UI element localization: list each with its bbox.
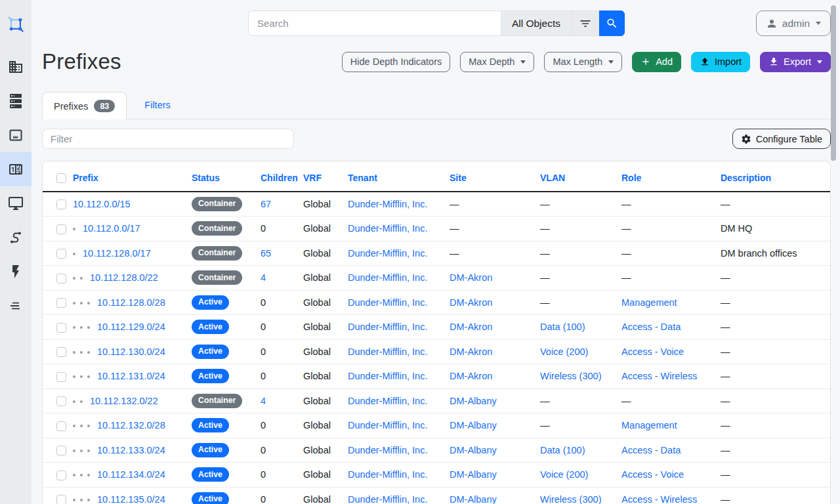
prefix-link[interactable]: 10.112.128.0/28 xyxy=(97,297,165,308)
row-checkbox[interactable] xyxy=(56,421,66,431)
vlan-link[interactable]: Wireless (300) xyxy=(540,494,601,504)
site-link[interactable]: DM-Albany xyxy=(450,469,497,480)
user-menu-button[interactable]: admin xyxy=(756,10,831,36)
vlan-link[interactable]: Data (100) xyxy=(540,445,585,455)
role-link[interactable]: Management xyxy=(621,420,677,430)
tenant-link[interactable]: Dunder-Mifflin, Inc. xyxy=(348,445,427,455)
page-scrollbar[interactable] xyxy=(831,5,836,161)
sidebar-item-circuits[interactable] xyxy=(0,220,32,255)
tab-filters[interactable]: Filters xyxy=(133,93,181,119)
site-link[interactable]: DM-Akron xyxy=(450,272,492,283)
tenant-link[interactable]: Dunder-Mifflin, Inc. xyxy=(348,297,427,308)
row-checkbox[interactable] xyxy=(56,372,66,382)
sidebar-item-organization[interactable] xyxy=(0,50,32,84)
row-checkbox[interactable] xyxy=(56,249,66,259)
site-link[interactable]: DM-Albany xyxy=(450,494,497,504)
select-all-checkbox[interactable] xyxy=(56,173,66,183)
row-checkbox[interactable] xyxy=(56,200,66,209)
row-checkbox[interactable] xyxy=(56,224,66,234)
column-header-description[interactable]: Description xyxy=(721,173,771,183)
role-link[interactable]: Access - Wireless xyxy=(621,371,697,381)
role-link[interactable]: Access - Voice xyxy=(621,346,684,357)
column-header-prefix[interactable]: Prefix xyxy=(73,173,98,183)
role-link[interactable]: Access - Wireless xyxy=(621,494,697,504)
site-link[interactable]: DM-Albany xyxy=(450,420,497,430)
children-count-link[interactable]: 4 xyxy=(261,272,266,283)
row-checkbox[interactable] xyxy=(56,298,66,308)
row-checkbox[interactable] xyxy=(56,446,66,455)
prefix-link[interactable]: 10.112.129.0/24 xyxy=(97,322,165,332)
row-checkbox[interactable] xyxy=(56,274,66,284)
max-depth-dropdown[interactable]: Max Depth xyxy=(460,52,534,72)
prefix-link[interactable]: 10.112.132.0/22 xyxy=(90,396,158,406)
column-header-tenant[interactable]: Tenant xyxy=(348,173,377,183)
tenant-link[interactable]: Dunder-Mifflin, Inc. xyxy=(348,248,427,259)
vlan-link[interactable]: Wireless (300) xyxy=(540,371,601,381)
sidebar-item-ipam[interactable] xyxy=(0,152,32,186)
export-dropdown[interactable]: Export xyxy=(760,52,831,72)
prefix-link[interactable]: 10.112.0.0/17 xyxy=(83,223,140,234)
hide-depth-indicators-button[interactable]: Hide Depth Indicators xyxy=(342,52,450,72)
prefix-link[interactable]: 10.112.134.0/24 xyxy=(97,469,165,480)
tenant-link[interactable]: Dunder-Mifflin, Inc. xyxy=(348,322,427,332)
max-length-dropdown[interactable]: Max Length xyxy=(544,52,622,72)
row-checkbox[interactable] xyxy=(56,495,66,504)
row-checkbox[interactable] xyxy=(56,396,66,406)
row-checkbox[interactable] xyxy=(56,347,66,357)
column-header-children[interactable]: Children xyxy=(261,173,298,183)
prefix-link[interactable]: 10.112.130.0/24 xyxy=(97,346,165,357)
role-link[interactable]: Access - Voice xyxy=(621,469,684,480)
sidebar-item-devices[interactable] xyxy=(0,84,32,118)
sidebar-item-virtualization[interactable] xyxy=(0,186,32,220)
role-link[interactable]: Management xyxy=(621,297,677,308)
tenant-link[interactable]: Dunder-Mifflin, Inc. xyxy=(348,420,427,430)
site-link[interactable]: DM-Akron xyxy=(450,297,492,308)
vlan-link[interactable]: Data (100) xyxy=(540,322,585,332)
import-button[interactable]: Import xyxy=(691,52,750,72)
role-link[interactable]: Access - Data xyxy=(621,445,681,455)
sidebar-item-power[interactable] xyxy=(0,255,32,289)
tab-prefixes[interactable]: Prefixes 83 xyxy=(42,92,127,119)
prefix-link[interactable]: 10.112.133.0/24 xyxy=(97,445,165,455)
site-link[interactable]: DM-Akron xyxy=(450,346,492,357)
search-scope-dropdown[interactable]: All Objects xyxy=(501,10,571,36)
column-header-status[interactable]: Status xyxy=(192,173,220,183)
site-link[interactable]: DM-Akron xyxy=(450,322,492,332)
search-input[interactable] xyxy=(248,10,501,36)
column-header-site[interactable]: Site xyxy=(450,173,467,183)
site-link[interactable]: DM-Albany xyxy=(450,396,497,406)
prefix-link[interactable]: 10.112.0.0/15 xyxy=(73,199,131,209)
children-count-link[interactable]: 67 xyxy=(261,199,271,209)
children-count-link[interactable]: 4 xyxy=(261,396,266,406)
sidebar-item-operations[interactable] xyxy=(0,289,32,323)
site-link[interactable]: DM-Akron xyxy=(450,371,492,381)
tenant-link[interactable]: Dunder-Mifflin, Inc. xyxy=(348,223,427,234)
vlan-link[interactable]: Voice (200) xyxy=(540,346,588,357)
tenant-link[interactable]: Dunder-Mifflin, Inc. xyxy=(348,371,427,381)
children-count-link[interactable]: 65 xyxy=(261,248,271,259)
search-submit-button[interactable] xyxy=(599,10,625,36)
tenant-link[interactable]: Dunder-Mifflin, Inc. xyxy=(348,469,427,480)
column-header-vrf[interactable]: VRF xyxy=(303,173,322,183)
tenant-link[interactable]: Dunder-Mifflin, Inc. xyxy=(348,199,427,209)
tenant-link[interactable]: Dunder-Mifflin, Inc. xyxy=(348,396,427,406)
add-button[interactable]: Add xyxy=(632,52,681,72)
netbox-logo[interactable] xyxy=(0,0,32,41)
tenant-link[interactable]: Dunder-Mifflin, Inc. xyxy=(348,272,427,283)
prefix-link[interactable]: 10.112.131.0/24 xyxy=(97,371,165,381)
vlan-link[interactable]: Voice (200) xyxy=(540,469,588,480)
quick-filter-input[interactable] xyxy=(42,129,294,149)
column-header-vlan[interactable]: VLAN xyxy=(540,173,565,183)
prefix-link[interactable]: 10.112.128.0/22 xyxy=(90,272,158,283)
prefix-link[interactable]: 10.112.132.0/28 xyxy=(97,420,165,430)
row-checkbox[interactable] xyxy=(56,323,66,333)
sidebar-item-connections[interactable] xyxy=(0,118,32,152)
prefix-link[interactable]: 10.112.128.0/17 xyxy=(83,248,151,259)
row-checkbox[interactable] xyxy=(56,471,66,480)
tenant-link[interactable]: Dunder-Mifflin, Inc. xyxy=(348,346,427,357)
configure-table-button[interactable]: Configure Table xyxy=(732,129,831,149)
role-link[interactable]: Access - Data xyxy=(621,322,681,332)
site-link[interactable]: DM-Albany xyxy=(450,445,497,455)
prefix-link[interactable]: 10.112.135.0/24 xyxy=(97,494,165,504)
tenant-link[interactable]: Dunder-Mifflin, Inc. xyxy=(348,494,427,504)
